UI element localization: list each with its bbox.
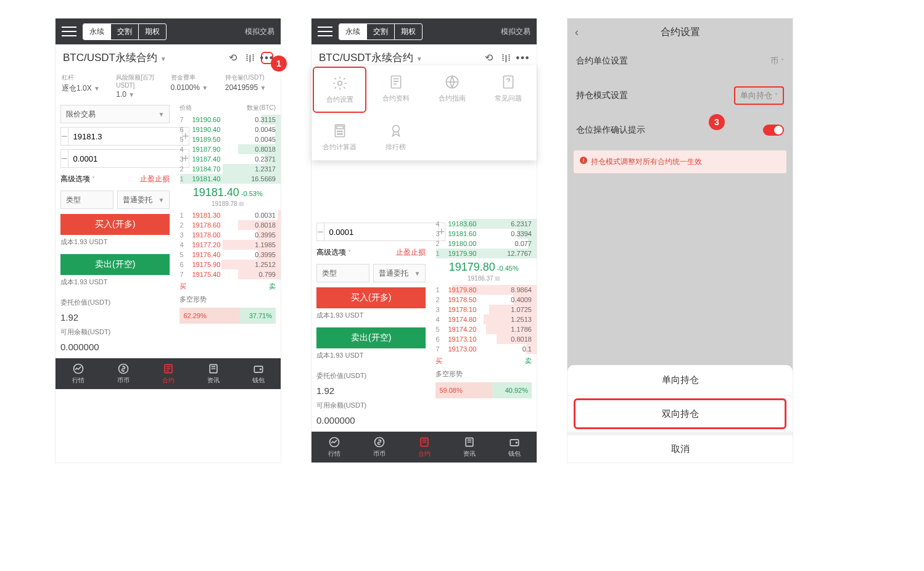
nav-market[interactable]: 行情: [311, 432, 357, 462]
qty-minus[interactable]: −: [316, 223, 324, 241]
buy-cost: 成本1.93 USDT: [60, 235, 170, 249]
tab-delivery[interactable]: 交割: [367, 24, 395, 39]
ordertype-select[interactable]: 限价交易▼: [60, 105, 170, 123]
sheet-hedge[interactable]: 双向持仓: [574, 398, 786, 429]
nav-news[interactable]: 资讯: [191, 358, 236, 389]
ob-row[interactable]: 319178.000.3995: [175, 230, 281, 240]
type-select[interactable]: 普通委托▼: [373, 264, 426, 282]
qty-input-row: − +: [60, 149, 170, 168]
svg-point-17: [341, 134, 342, 135]
chart-icon[interactable]: ⁞׀⁞: [244, 52, 256, 64]
tp-sl-link[interactable]: 止盈止损: [396, 247, 426, 258]
refresh-icon[interactable]: ⟲: [482, 52, 495, 64]
bottom-nav: 行情 币币 合约 资讯 钱包: [56, 358, 281, 389]
nav-news[interactable]: 资讯: [447, 432, 492, 462]
ob-row[interactable]: 219184.701.2317: [175, 164, 281, 174]
menu-calc[interactable]: 合约计算器: [311, 114, 368, 160]
svg-rect-11: [336, 126, 343, 128]
unit-row[interactable]: 合约单位设置 币 ˅: [567, 46, 793, 76]
sell-button[interactable]: 卖出(开空): [316, 327, 426, 348]
advanced-row: 高级选项 ˅ 止盈止损: [60, 171, 170, 187]
ob-row[interactable]: 119179.808.9864: [431, 285, 537, 295]
pair-name[interactable]: BTC/USDT永续合约 ▼: [319, 51, 477, 65]
sheet-cancel[interactable]: 取消: [567, 432, 793, 462]
more-icon[interactable]: •••: [517, 52, 529, 64]
nav-wallet[interactable]: 钱包: [492, 432, 537, 462]
ob-row[interactable]: 719175.400.799: [175, 269, 281, 279]
ob-row[interactable]: 319187.400.2371: [175, 154, 281, 164]
ob-row[interactable]: 119179.9012.7767: [431, 249, 537, 258]
advanced-toggle[interactable]: 高级选项 ˅: [60, 174, 95, 184]
menu-rank[interactable]: 排行榜: [368, 114, 424, 160]
tab-delivery[interactable]: 交割: [111, 24, 139, 39]
tab-perp[interactable]: 永续: [339, 24, 367, 39]
ob-row[interactable]: 719173.000.1: [431, 344, 537, 354]
nav-spot[interactable]: 币币: [101, 358, 146, 389]
sheet-one-way[interactable]: 单向持仓: [567, 365, 793, 396]
tab-perp[interactable]: 永续: [83, 24, 111, 39]
topbar: 永续 交割 期权 模拟交易: [56, 18, 281, 44]
ob-row[interactable]: 619173.100.8018: [431, 334, 537, 344]
screen-3: ‹ 合约设置 合约单位设置 币 ˅ 持仓模式设置 单向持仓 ˅ 3 仓位操作确认…: [567, 18, 793, 462]
ob-row[interactable]: 519174.201.1786: [431, 324, 537, 334]
pair-name[interactable]: BTC/USDT永续合约 ▼: [63, 51, 221, 65]
qty-input[interactable]: [68, 149, 182, 168]
price-minus[interactable]: −: [60, 127, 68, 146]
order-form: 限价交易▼ − + − + 高级选项 ˅ 止盈止损 类型 普通委托▼ 买入(开多…: [56, 101, 175, 358]
menu-faq[interactable]: 常见问题: [481, 65, 537, 114]
ob-row[interactable]: 119181.300.0031: [175, 210, 281, 220]
svg-point-18: [392, 125, 399, 132]
oi-cell[interactable]: 持仓量(USDT)20419595 ▼: [225, 73, 274, 99]
ob-qty-header: 数量(BTC): [247, 104, 276, 112]
buy-button[interactable]: 买入(开多): [60, 214, 170, 235]
risk-cell[interactable]: 风险限额[百万USDT]1.0 ▼: [116, 73, 165, 99]
back-icon[interactable]: ‹: [575, 26, 579, 39]
ob-row[interactable]: 219178.600.8018: [175, 220, 281, 230]
ob-row[interactable]: 219178.500.4009: [431, 295, 537, 305]
funding-cell[interactable]: 资金费率0.0100% ▼: [171, 73, 220, 99]
advanced-toggle[interactable]: 高级选项 ˅: [316, 247, 351, 258]
leverage-cell[interactable]: 杠杆逐仓1.0X ▼: [62, 73, 111, 99]
ob-row[interactable]: 719190.600.3115: [175, 115, 281, 125]
confirm-toggle[interactable]: [763, 125, 784, 136]
price-input[interactable]: [68, 127, 182, 146]
mode-row[interactable]: 持仓模式设置 单向持仓 ˅: [567, 76, 793, 115]
nav-futures[interactable]: 合约: [146, 358, 191, 389]
chart-icon[interactable]: ⁞׀⁞: [500, 52, 512, 64]
ob-row[interactable]: 419177.201.1985: [175, 240, 281, 250]
notional-value: 1.92: [60, 310, 170, 325]
buy-button[interactable]: 买入(开多): [316, 287, 426, 308]
qty-minus[interactable]: −: [60, 149, 68, 168]
sim-trade-link[interactable]: 模拟交易: [245, 27, 274, 37]
qty-input[interactable]: [324, 223, 438, 241]
menu-info[interactable]: 合约资料: [368, 65, 424, 114]
ob-row[interactable]: 419183.606.2317: [431, 219, 537, 229]
ob-row[interactable]: 519176.400.3995: [175, 250, 281, 260]
ob-row[interactable]: 619175.901.2512: [175, 260, 281, 269]
ob-row[interactable]: 519189.500.0045: [175, 134, 281, 144]
nav-market[interactable]: 行情: [56, 358, 101, 389]
nav-wallet[interactable]: 钱包: [236, 358, 281, 389]
menu-settings[interactable]: 合约设置: [313, 67, 366, 113]
tp-sl-link[interactable]: 止盈止损: [140, 174, 170, 184]
screen-2: 永续 交割 期权 模拟交易 BTC/USDT永续合约 ▼ ⟲ ⁞׀⁞ ••• 合…: [311, 18, 537, 462]
tab-options[interactable]: 期权: [395, 24, 422, 39]
ob-row[interactable]: 319178.101.0725: [431, 305, 537, 314]
tab-options[interactable]: 期权: [139, 24, 166, 39]
sim-trade-link[interactable]: 模拟交易: [501, 27, 530, 37]
sell-button[interactable]: 卖出(开空): [60, 254, 170, 275]
type-select[interactable]: 普通委托▼: [117, 191, 170, 209]
nav-futures[interactable]: 合约: [402, 432, 447, 462]
menu-icon[interactable]: [62, 27, 76, 36]
ob-row[interactable]: 319181.600.3394: [431, 229, 537, 239]
ob-row[interactable]: 219180.000.077: [431, 239, 537, 249]
menu-icon[interactable]: [318, 27, 332, 36]
ob-row[interactable]: 419187.900.8018: [175, 144, 281, 154]
ob-row[interactable]: 419174.801.2513: [431, 314, 537, 324]
ob-row[interactable]: 619190.400.0045: [175, 125, 281, 134]
menu-guide[interactable]: 合约指南: [424, 65, 481, 114]
ob-row[interactable]: 119181.4016.5669: [175, 174, 281, 184]
refresh-icon[interactable]: ⟲: [226, 52, 239, 64]
nav-spot[interactable]: 币币: [357, 432, 402, 462]
price-input-row: − +: [60, 127, 170, 146]
